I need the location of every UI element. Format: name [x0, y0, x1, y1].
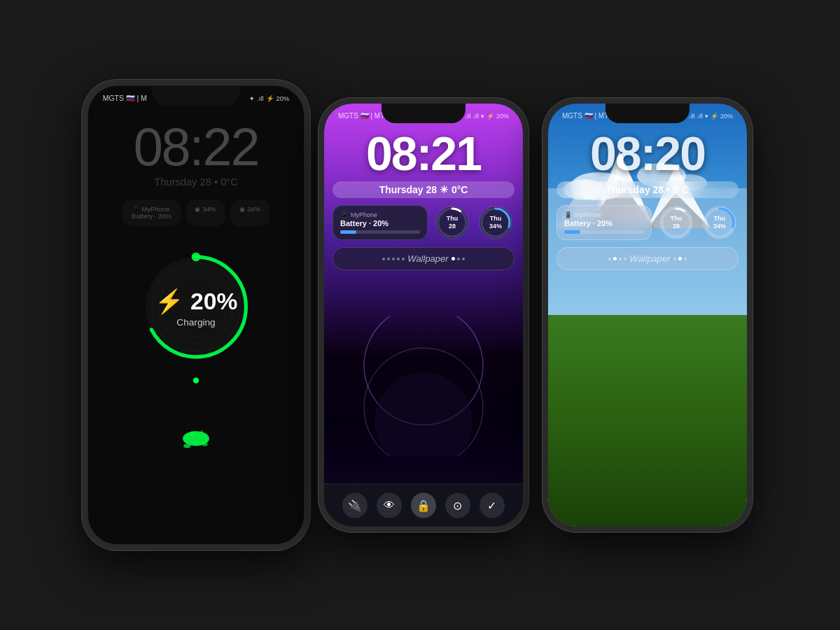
phone3-circle1-day: Thu	[671, 215, 682, 223]
svg-point-7	[183, 444, 191, 448]
phone3-battery-widget: 📱 MyPhone Battery · 20%	[556, 205, 652, 240]
phone2-dot-line-right	[451, 257, 465, 260]
phone1-widget3: ◉ 34%	[230, 200, 269, 226]
phone3-circle1-text: Thu 28	[671, 215, 682, 230]
phone3-circle2-text: Thu 34%	[713, 215, 726, 230]
phone2-wallpaper-indicator: Wallpaper	[332, 247, 514, 270]
phone2-battery-icon: ⚡	[486, 113, 494, 120]
phone1-widgets: 📱 MyPhoneBattery · 20% ◉ 34% ◉ 34%	[122, 200, 269, 226]
dot1-3	[608, 258, 611, 260]
phone2-content: 08:21 Thursday 28 ☀ 0°C 📱 MyPhone Batter…	[324, 122, 523, 484]
phone3-battery-fill	[564, 230, 580, 234]
dot5-3	[678, 257, 682, 260]
phone3-wallpaper-text: Wallpaper	[629, 253, 670, 264]
phone3-screen: MGTS 🇷🇺 | MTS ✦ .ıll .ıll ▾ ⚡ 20% 08:20 …	[548, 104, 747, 526]
phone3-frame: MGTS 🇷🇺 | MTS ✦ .ıll .ıll ▾ ⚡ 20% 08:20 …	[542, 98, 752, 532]
svg-point-9	[190, 431, 195, 435]
charging-text: ⚡ 20% Charging	[155, 287, 238, 328]
phone2-time: 08:21	[332, 130, 514, 177]
charging-percent: ⚡ 20%	[155, 287, 238, 315]
phone3-phone-icon: 📱	[564, 211, 572, 218]
phone1-screen: MGTS 🇷🇺 | M ✦ .ıll ⚡ 20% 08:22 Thursday …	[88, 85, 304, 544]
charging-dot	[193, 377, 199, 383]
phone2-circle1-num: 28	[447, 223, 458, 230]
phone1-background: MGTS 🇷🇺 | M ✦ .ıll ⚡ 20% 08:22 Thursday …	[88, 85, 304, 544]
phone2-wifi-icon: ▾	[481, 113, 484, 120]
phone2-frame: MGTS 🇷🇺 | MTS ✦ .ıll .ıll ▾ ⚡ 20% 08:21 …	[318, 98, 528, 532]
phone1-time: 08:22	[134, 120, 259, 174]
phone3-status-right: ✦ .ıll .ıll ▾ ⚡ 20%	[681, 113, 733, 120]
phone2-screen: MGTS 🇷🇺 | MTS ✦ .ıll .ıll ▾ ⚡ 20% 08:21 …	[324, 104, 523, 526]
svg-point-5	[192, 253, 201, 262]
phone2-phone-icon: 📱	[340, 211, 348, 218]
phone1-wrapper: MGTS 🇷🇺 | M ✦ .ıll ⚡ 20% 08:22 Thursday …	[88, 91, 304, 539]
dot6-3	[684, 258, 687, 260]
charging-drop	[174, 398, 218, 453]
phone2-btn-check[interactable]: ✓	[479, 493, 505, 518]
phone2-circle2-text: Thu 34%	[489, 215, 502, 230]
phone2-battery-fill	[340, 230, 356, 234]
phone2-battery-widget-title: 📱 MyPhone	[340, 211, 420, 218]
phone3-circle1-num: 28	[671, 223, 682, 230]
phone3-carrier: MGTS 🇷🇺 | MTS	[562, 112, 613, 120]
phone1-widget1-text: 📱 MyPhoneBattery · 20%	[132, 206, 172, 220]
phone3-signal-icon: ✦ .ıll .ıll	[681, 113, 703, 120]
phone1-wifi-icon: ⚡	[266, 95, 274, 103]
phone2-date: Thursday 28 ☀ 0°C	[332, 181, 514, 198]
charging-label: Charging	[155, 316, 238, 328]
phone3-dot-line-right	[673, 257, 687, 260]
phone2-btn-lock[interactable]: 🔒	[411, 493, 436, 518]
phone2-signal-icon: ✦ .ıll .ıll	[457, 113, 479, 120]
phone1-date: Thursday 28 • 0°C	[154, 176, 238, 188]
dot3-3	[624, 258, 626, 260]
phone3-background: MGTS 🇷🇺 | MTS ✦ .ıll .ıll ▾ ⚡ 20% 08:20 …	[548, 104, 747, 526]
phone3-wifi-icon: ▾	[705, 113, 708, 120]
phone2-wallpaper-text: Wallpaper	[407, 253, 448, 264]
phone1-widget2: ◉ 34%	[186, 200, 225, 226]
dot4	[397, 258, 400, 260]
phone3-battery-text: 20%	[720, 113, 733, 120]
phone3-circle2-percent: 34%	[713, 223, 726, 230]
charging-circle-container: ⚡ 20% Charging	[137, 248, 255, 365]
phone3-circle2-day: Thu	[713, 215, 726, 223]
phone3-status-bar: MGTS 🇷🇺 | MTS ✦ .ıll .ıll ▾ ⚡ 20%	[548, 104, 747, 122]
dot3	[392, 258, 395, 260]
phone3-wallpaper-indicator: Wallpaper	[556, 247, 738, 270]
dot-active	[451, 257, 455, 260]
phone2-circle2-day: Thu	[489, 215, 502, 223]
dot2-3	[619, 258, 622, 260]
phone3-time: 08:20	[556, 130, 738, 177]
phone3-content: 08:20 Thursday 28 • 0°C 📱 MyPhone Batter…	[548, 122, 747, 484]
phone3-widget-row: 📱 MyPhone Battery · 20%	[556, 204, 738, 241]
phone1-carrier: MGTS 🇷🇺 | M	[103, 94, 147, 103]
dot-active-3	[613, 257, 617, 260]
phone2-circle2-percent: 34%	[489, 223, 502, 230]
phone2-status-right: ✦ .ıll .ıll ▾ ⚡ 20%	[457, 113, 509, 120]
phone3-wrapper: MGTS 🇷🇺 | MTS ✦ .ıll .ıll ▾ ⚡ 20% 08:20 …	[542, 98, 752, 532]
phone2-circle-widget1: Thu 28	[433, 204, 471, 241]
phone2-battery-widget: 📱 MyPhone Battery · 20%	[332, 205, 428, 240]
phone3-dot-line-left	[608, 257, 626, 260]
dot7	[462, 258, 465, 260]
phone2-btn-eye[interactable]: 👁	[377, 493, 402, 518]
phone2-carrier: MGTS 🇷🇺 | MTS	[338, 112, 389, 120]
dot2	[387, 258, 390, 260]
dot6	[457, 258, 460, 260]
dot1	[382, 258, 385, 260]
phone1-status-right: ✦ .ıll ⚡ 20%	[249, 95, 289, 103]
svg-point-8	[202, 442, 207, 446]
phone1-widget1: 📱 MyPhoneBattery · 20%	[122, 200, 180, 226]
phone2-circle-widget2: Thu 34%	[477, 204, 514, 241]
phone2-bottom-bar: 🔌 👁 🔒 ⊙ ✓	[324, 484, 523, 526]
phone2-battery-label: Battery · 20%	[340, 219, 420, 227]
phone2-btn-focus[interactable]: ⊙	[445, 493, 470, 518]
phone1-battery-text: 20%	[276, 95, 289, 103]
phone2-btn-customize[interactable]: 🔌	[342, 493, 368, 518]
phone2-battery-bar	[340, 230, 420, 234]
phone1-content: 08:22 Thursday 28 • 0°C 📱 MyPhoneBattery…	[88, 106, 304, 545]
phone2-myphone-label: MyPhone	[351, 211, 377, 218]
phone2-wrapper: MGTS 🇷🇺 | MTS ✦ .ıll .ıll ▾ ⚡ 20% 08:21 …	[318, 98, 528, 532]
dot5	[402, 258, 405, 260]
phone2-background: MGTS 🇷🇺 | MTS ✦ .ıll .ıll ▾ ⚡ 20% 08:21 …	[324, 104, 523, 526]
phone1-status-bar: MGTS 🇷🇺 | M ✦ .ıll ⚡ 20%	[88, 85, 304, 105]
